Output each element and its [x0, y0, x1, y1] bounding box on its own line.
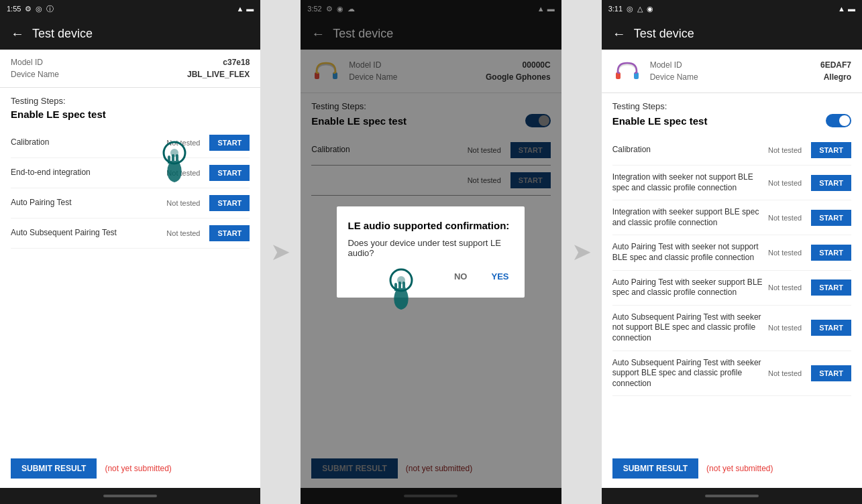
gear-icon-1: ⚙	[25, 5, 32, 13]
test-list-3: Calibration Not tested START Integration…	[602, 135, 862, 449]
device-info-3: Model ID 6EDAF7 Device Name Allegro	[650, 59, 851, 83]
enable-le-3: Enable LE spec test	[612, 114, 851, 127]
modal-title: LE audio supported confirmation:	[347, 220, 514, 231]
wifi-icon-3: ▲	[838, 5, 845, 13]
test-name-auto-pair-yes-3: Auto Pairing Test with seeker support BL…	[612, 277, 763, 298]
model-id-value-1: c37e18	[223, 58, 250, 67]
test-row-auto-pair-yes-3: Auto Pairing Test with seeker support BL…	[612, 271, 851, 306]
model-id-row-1: Model ID c37e18	[11, 56, 250, 68]
status-time-3: 3:11 ◎ △ ◉	[608, 5, 653, 13]
test-row-calibration-3: Calibration Not tested START	[612, 135, 851, 166]
circle-icon-1: ◎	[36, 5, 42, 13]
device-name-value-1: JBL_LIVE_FLEX	[187, 70, 250, 79]
submit-area-3: SUBMIT RESULT (not yet submitted)	[602, 449, 862, 488]
testing-label-1: Testing Steps:	[11, 96, 250, 106]
not-submitted-1: (not yet submitted)	[105, 464, 171, 473]
test-name-sub-pair-no-3: Auto Subsequent Pairing Test with seeker…	[612, 312, 763, 344]
le-audio-modal: LE audio supported confirmation: Does yo…	[337, 206, 525, 298]
device-name-row-1: Device Name JBL_LIVE_FLEX	[11, 68, 250, 80]
test-status-calibration-1: Not tested	[166, 139, 200, 147]
modal-body: Does your device under test support LE a…	[347, 238, 514, 258]
start-btn-e2e-1[interactable]: START	[209, 165, 250, 181]
test-name-calibration-1: Calibration	[11, 137, 161, 148]
test-list-1: Calibration Not tested START End-to-end …	[0, 128, 260, 449]
status-icons-1: ▲ ▬	[236, 5, 254, 13]
home-indicator-3	[602, 488, 862, 504]
modal-no-button[interactable]: NO	[449, 269, 473, 284]
start-btn-int-seeker-3[interactable]: START	[811, 210, 851, 226]
status-bar-1: 1:55 ⚙ ◎ ⓘ ▲ ▬	[0, 0, 260, 17]
test-name-sub-pair-yes-3: Auto Subsequent Pairing Test with seeker…	[612, 358, 763, 389]
info-icon-1: ⓘ	[46, 4, 54, 14]
submit-button-3[interactable]: SUBMIT RESULT	[612, 458, 698, 479]
submit-area-1: SUBMIT RESULT (not yet submitted)	[0, 449, 260, 488]
modal-yes-button[interactable]: YES	[486, 269, 514, 284]
test-row-int-no-seeker-3: Integration with seeker not support BLE …	[612, 166, 851, 200]
circle-icon-3: ◎	[627, 5, 633, 13]
arrow-icon-1: ➤	[270, 238, 290, 266]
cursor-hand-2	[381, 268, 421, 318]
test-row-sub-pair-yes-3: Auto Subsequent Pairing Test with seeker…	[612, 351, 851, 397]
app-bar-3: ← Test device	[602, 17, 862, 50]
arrow-2: ➤	[561, 0, 602, 504]
device-card-1: Model ID c37e18 Device Name JBL_LIVE_FLE…	[0, 50, 260, 88]
not-submitted-3: (not yet submitted)	[706, 464, 773, 473]
home-indicator-1	[0, 488, 260, 504]
test-row-sub-pair-no-3: Auto Subsequent Pairing Test with seeker…	[612, 306, 851, 351]
back-button-3[interactable]: ←	[612, 26, 626, 42]
app-title-3: Test device	[634, 27, 694, 41]
time-3: 3:11	[608, 5, 623, 13]
testing-label-3: Testing Steps:	[612, 101, 851, 111]
device-name-value-3: Allegro	[824, 72, 851, 82]
enable-le-title-3: Enable LE spec test	[612, 115, 708, 127]
test-name-int-seeker-3: Integration with seeker support BLE spec…	[612, 207, 763, 228]
test-row-calibration-1: Calibration Not tested START	[11, 128, 250, 158]
start-btn-sub-pair-yes-3[interactable]: START	[811, 365, 851, 381]
test-row-e2e-1: End-to-end integration Not tested START	[11, 158, 250, 188]
test-name-e2e-1: End-to-end integration	[11, 168, 161, 178]
model-id-row-3: Model ID 6EDAF7	[650, 59, 851, 71]
test-name-pairing-1: Auto Pairing Test	[11, 198, 161, 208]
test-status-subsequent-1: Not tested	[166, 229, 200, 237]
triangle-icon-3: △	[637, 5, 643, 13]
test-status-pairing-1: Not tested	[166, 199, 200, 207]
test-status-e2e-1: Not tested	[166, 169, 200, 177]
back-button-1[interactable]: ←	[11, 26, 24, 42]
start-btn-calibration-1[interactable]: START	[209, 135, 250, 151]
enable-le-toggle-3[interactable]	[826, 114, 851, 127]
start-btn-pairing-1[interactable]: START	[209, 195, 250, 211]
start-btn-subsequent-1[interactable]: START	[209, 225, 250, 241]
submit-button-1[interactable]: SUBMIT RESULT	[11, 458, 97, 479]
test-name-subsequent-1: Auto Subsequent Pairing Test	[11, 228, 161, 239]
phone-3: 3:11 ◎ △ ◉ ▲ ▬ ← Test device Model ID 6E…	[602, 0, 862, 504]
enable-le-title-1: Enable LE spec test	[11, 109, 106, 120]
test-status-sub-pair-yes-3: Not tested	[768, 369, 802, 377]
model-id-label-3: Model ID	[650, 60, 682, 70]
test-status-auto-pair-yes-3: Not tested	[768, 284, 802, 292]
test-status-int-no-seeker-3: Not tested	[768, 179, 802, 187]
device-card-3: Model ID 6EDAF7 Device Name Allegro	[602, 50, 862, 93]
app-bar-1: ← Test device	[0, 17, 260, 50]
home-bar-1	[103, 495, 157, 497]
start-btn-calibration-3[interactable]: START	[811, 142, 851, 158]
enable-le-1: Enable LE spec test	[11, 109, 250, 120]
status-bar-3: 3:11 ◎ △ ◉ ▲ ▬	[602, 0, 862, 17]
app-title-1: Test device	[32, 27, 93, 41]
testing-steps-1: Testing Steps: Enable LE spec test	[0, 88, 260, 128]
shield-icon-3: ◉	[647, 5, 653, 13]
test-status-auto-pair-no-3: Not tested	[768, 249, 802, 257]
device-name-label-3: Device Name	[650, 72, 698, 82]
model-id-label-1: Model ID	[11, 58, 43, 67]
start-btn-sub-pair-no-3[interactable]: START	[811, 320, 851, 336]
device-info-1: Model ID c37e18 Device Name JBL_LIVE_FLE…	[11, 56, 250, 80]
test-status-calibration-3: Not tested	[768, 146, 802, 154]
home-bar-3	[705, 495, 759, 497]
modal-overlay-2: LE audio supported confirmation: Does yo…	[301, 0, 561, 504]
start-btn-int-no-seeker-3[interactable]: START	[811, 175, 851, 191]
test-row-pairing-1: Auto Pairing Test Not tested START	[11, 188, 250, 218]
phone-1: 1:55 ⚙ ◎ ⓘ ▲ ▬ ← Test device Model ID c3…	[0, 0, 260, 504]
status-icons-3: ▲ ▬	[838, 5, 855, 13]
start-btn-auto-pair-yes-3[interactable]: START	[811, 279, 851, 296]
start-btn-auto-pair-no-3[interactable]: START	[811, 245, 851, 261]
test-name-int-no-seeker-3: Integration with seeker not support BLE …	[612, 172, 763, 193]
